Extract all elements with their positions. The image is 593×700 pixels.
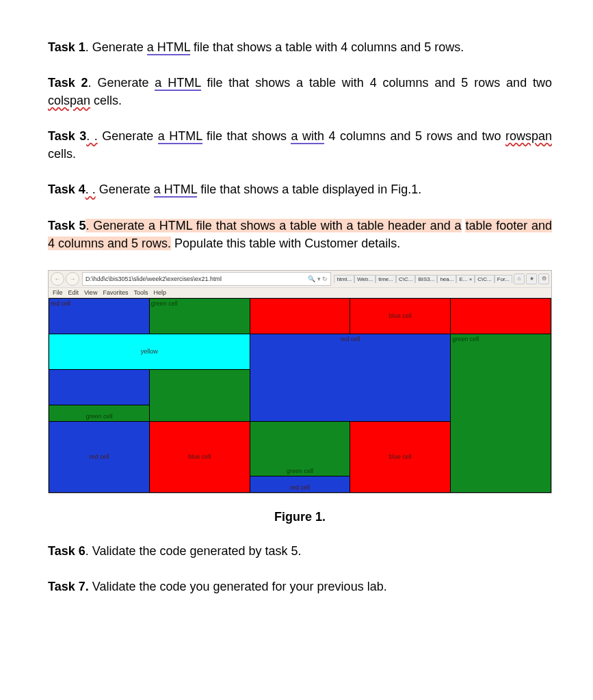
cell-r2c5: green cell	[451, 334, 551, 492]
cell-r5c2: blue cell	[149, 421, 250, 492]
cell-r2c1-label: yellow	[141, 348, 158, 355]
task-7-label: Task 7.	[48, 580, 89, 593]
task-3-text-a: Generate	[98, 129, 158, 143]
menu-edit[interactable]: Edit	[68, 289, 79, 296]
task-1-label: Task 1	[48, 40, 85, 54]
cell-r4c1-label: green cell	[85, 413, 112, 420]
task-1-underline: a HTML	[147, 40, 190, 55]
figure-table: red cell green cell blue cell yellow red…	[49, 298, 551, 493]
menu-favorites[interactable]: Favorites	[103, 289, 128, 296]
menu-bar: File Edit View Favorites Tools Help	[49, 288, 551, 298]
cell-r5c3: green cell	[250, 421, 350, 476]
task-3: Task 3. . Generate a HTML file that show…	[48, 127, 552, 163]
task-4-underline1: a HTML	[154, 183, 197, 198]
cell-r3c1	[49, 369, 150, 405]
cell-r2c3-label: red cell	[340, 336, 360, 342]
task-2-text-c: cells.	[90, 94, 122, 107]
cell-r1c2-label: green cell	[151, 300, 178, 307]
menu-file[interactable]: File	[53, 289, 63, 296]
cell-r1c4-label: blue cell	[389, 312, 412, 319]
cell-r5c3-label: green cell	[287, 468, 313, 474]
cell-r2c1: yellow	[49, 334, 250, 369]
cell-r1c4: blue cell	[350, 298, 451, 334]
cell-r1c5	[451, 298, 551, 334]
star-icon[interactable]: ★	[526, 273, 537, 284]
task-5-hl1: . Generate a HTML file that shows a tabl…	[85, 219, 461, 232]
back-button[interactable]: ←	[51, 272, 64, 286]
search-icon: 🔍 ▾ ↻	[308, 275, 328, 282]
task-4-text-b: file that shows a table displayed in Fig…	[197, 183, 421, 196]
cell-r5c2-label: blue cell	[188, 453, 211, 460]
cell-r1c3	[250, 298, 350, 334]
task-2: Task 2. Generate a HTML file that shows …	[48, 74, 552, 109]
task-6-text: . Validate the code generated by task 5.	[85, 544, 302, 558]
tab-4[interactable]: BIS3...	[415, 275, 437, 283]
task-2-label: Task 2	[48, 76, 88, 90]
home-icon[interactable]: ⌂	[514, 273, 525, 284]
task-7: Task 7. Validate the code you generated …	[48, 578, 552, 595]
cell-r6c3: red cell	[250, 476, 350, 492]
tab-3[interactable]: C\C...	[396, 275, 415, 283]
task-1-text-b: file that shows a table with 4 columns a…	[190, 40, 464, 54]
task-3-text-b: file that shows	[202, 129, 291, 143]
task-4-squig: . .	[85, 183, 96, 196]
cell-r5c4: blue cell	[350, 421, 451, 492]
cell-r5c4-label: blue cell	[389, 453, 412, 460]
task-7-text: Validate the code you generated for your…	[89, 580, 387, 593]
task-6: Task 6. Validate the code generated by t…	[48, 542, 552, 560]
tab-6[interactable]: E... ×	[456, 275, 475, 283]
task-1-text-a: . Generate	[85, 40, 147, 54]
cell-r1c1: red cell	[49, 298, 150, 334]
task-4-text-a: Generate	[96, 183, 154, 196]
cell-r2c3: red cell	[250, 334, 451, 421]
task-3-text-c: 4 columns and 5 rows and two	[324, 129, 505, 143]
cell-r5c1: red cell	[49, 421, 150, 492]
task-3-spell: rowspan	[505, 129, 552, 143]
task-4: Task 4. . Generate a HTML file that show…	[48, 180, 552, 198]
menu-view[interactable]: View	[84, 289, 97, 296]
cell-r1c1-label: red cell	[51, 300, 70, 307]
tab-2[interactable]: time...	[375, 275, 396, 283]
task-3-squig: . .	[86, 129, 97, 143]
task-3-underline1: a HTML	[158, 129, 202, 144]
browser-chrome: ← → D:\hdd\c\bis3051\slide\week2\exercis…	[49, 271, 551, 288]
address-bar[interactable]: D:\hdd\c\bis3051\slide\week2\exercises\e…	[82, 272, 331, 286]
cell-r6c3-label: red cell	[290, 484, 310, 491]
task-2-spell: colspan	[48, 94, 90, 107]
task-4-label: Task 4	[48, 183, 85, 196]
cell-r1c2: green cell	[149, 298, 250, 334]
tab-0[interactable]: html...	[334, 275, 354, 283]
menu-tools[interactable]: Tools	[133, 289, 148, 296]
task-3-underline2: a with	[291, 129, 324, 144]
tab-7[interactable]: C\C...	[475, 275, 494, 283]
task-5-tail: Populate this table with Customer detail…	[171, 237, 400, 250]
task-2-underline: a HTML	[155, 76, 200, 91]
forward-button[interactable]: →	[66, 272, 79, 286]
figure-caption: Figure 1.	[48, 510, 552, 524]
address-text: D:\hdd\c\bis3051\slide\week2\exercises\e…	[85, 275, 222, 282]
task-2-text-b: file that shows a table with 4 columns a…	[201, 76, 552, 90]
cell-r5c1-label: red cell	[89, 453, 109, 460]
figure-1: ← → D:\hdd\c\bis3051\slide\week2\exercis…	[48, 270, 552, 494]
task-3-text-d: cells.	[48, 147, 76, 161]
task-5: Task 5. Generate a HTML file that shows …	[48, 217, 552, 252]
cell-r3c2	[149, 369, 250, 421]
tab-8[interactable]: For...	[495, 275, 512, 283]
cell-r2c5-label: green cell	[452, 336, 479, 342]
tab-strip: html... Web... time... C\C... BIS3... he…	[334, 275, 512, 283]
tab-5[interactable]: hea...	[437, 275, 456, 283]
menu-help[interactable]: Help	[153, 289, 166, 296]
tab-1[interactable]: Web...	[354, 275, 375, 283]
gear-icon[interactable]: ⚙	[538, 273, 549, 284]
task-6-label: Task 6	[48, 544, 85, 558]
task-3-label: Task 3	[48, 129, 86, 143]
browser-window: ← → D:\hdd\c\bis3051\slide\week2\exercis…	[48, 270, 552, 494]
cell-r4c1: green cell	[49, 405, 150, 421]
task-5-label: Task 5	[48, 219, 85, 232]
task-2-text-a: . Generate	[88, 76, 155, 90]
task-1: Task 1. Generate a HTML file that shows …	[48, 38, 552, 56]
